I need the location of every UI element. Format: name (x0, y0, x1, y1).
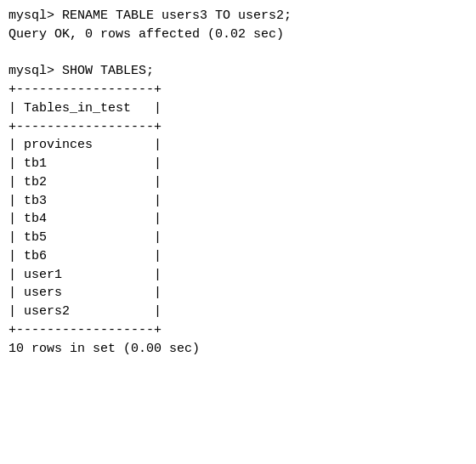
terminal-line: +------------------+ (8, 81, 468, 99)
terminal-line: Query OK, 0 rows affected (0.02 sec) (8, 25, 468, 44)
terminal-line: mysql> RENAME TABLE users3 TO users2; (8, 7, 468, 25)
terminal-line: | tb3 | (8, 192, 468, 211)
terminal-line: | user1 | (8, 266, 468, 285)
terminal-line: 10 rows in set (0.00 sec) (8, 340, 468, 359)
terminal-line (8, 44, 468, 63)
terminal-line: +------------------+ (8, 118, 468, 137)
terminal-line: | provinces | (8, 136, 468, 155)
terminal-line: | users2 | (8, 303, 468, 321)
terminal-line: | tb5 | (8, 229, 468, 247)
terminal-line: | users | (8, 284, 468, 303)
terminal-line: mysql> SHOW TABLES; (8, 62, 468, 81)
terminal-line: | tb1 | (8, 155, 468, 173)
terminal-line: | tb2 | (8, 173, 468, 192)
terminal-line: | tb6 | (8, 247, 468, 266)
terminal-line: | Tables_in_test | (8, 99, 468, 118)
terminal-line: +------------------+ (8, 321, 468, 340)
terminal-output: mysql> RENAME TABLE users3 TO users2;Que… (8, 7, 468, 358)
terminal-line: | tb4 | (8, 210, 468, 229)
